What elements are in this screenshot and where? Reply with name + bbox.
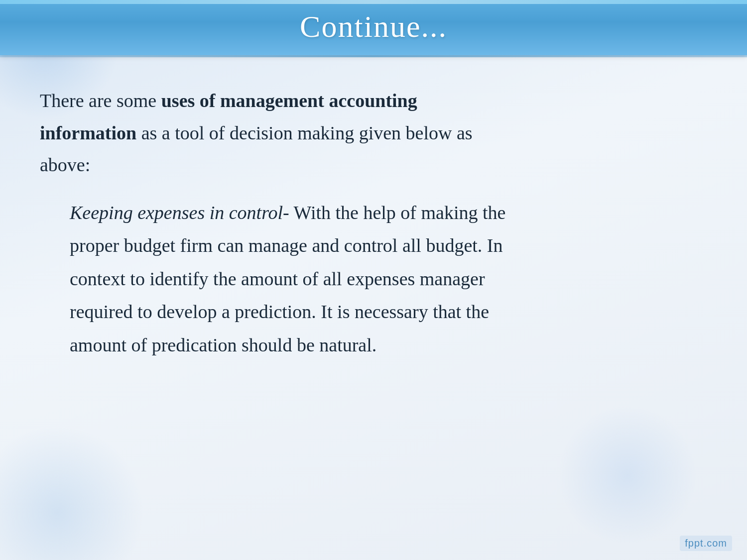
header: Continue...: [0, 0, 747, 55]
para1-bold-information: information: [40, 122, 136, 143]
blob-bottom-left: [0, 426, 144, 560]
para2-text: With the help of making the: [289, 202, 506, 223]
slide-title: Continue...: [0, 9, 747, 44]
blob-bottom-right: [558, 406, 697, 545]
para1-text-start: There are some: [40, 90, 161, 111]
footer-watermark: fppt.com: [680, 536, 732, 551]
para1-above: above:: [40, 154, 90, 175]
para1-text-end: as a tool of decision making given below…: [136, 122, 472, 143]
slide-container: Continue... There are some uses of manag…: [0, 0, 747, 560]
paragraph-1: There are some uses of management accoun…: [40, 85, 707, 181]
para2-line2: proper budget firm can manage and contro…: [70, 235, 502, 256]
para2-italic: Keeping expenses in control-: [70, 202, 289, 223]
para2-line3: context to identify the amount of all ex…: [70, 268, 485, 289]
main-content: There are some uses of management accoun…: [0, 57, 747, 381]
paragraph-2: Keeping expenses in control- With the he…: [40, 196, 707, 362]
para1-bold-uses-of: uses of management accounting: [161, 90, 417, 111]
para2-line5: amount of predication should be natural.: [70, 335, 376, 355]
para2-line4: required to develop a prediction. It is …: [70, 301, 489, 322]
